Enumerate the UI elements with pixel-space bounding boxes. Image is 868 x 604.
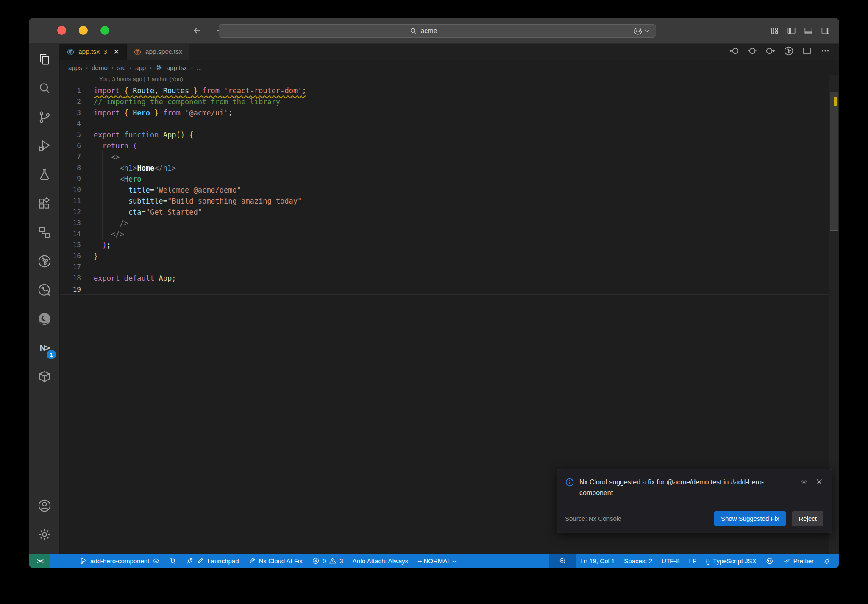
nx-graph-icon[interactable] — [35, 252, 54, 271]
code-line[interactable]: 9<Hero — [60, 173, 839, 185]
auto-attach-status-item[interactable]: Auto Attach: Always — [348, 554, 413, 568]
git-compare-status-item[interactable] — [164, 554, 181, 568]
customize-layout-icon[interactable] — [770, 26, 779, 37]
code-line[interactable]: 15); — [60, 240, 839, 251]
cursor-position-status-item[interactable]: Ln 19, Col 1 — [576, 554, 619, 568]
encoding-label: UTF-8 — [662, 557, 680, 565]
language-status-item[interactable]: {} TypeScript JSX — [701, 554, 761, 568]
scrollbar-thumb[interactable] — [830, 92, 838, 231]
ellipsis-icon[interactable] — [820, 46, 830, 58]
code-line[interactable]: 14</> — [60, 229, 839, 240]
run-target-icon[interactable] — [784, 46, 794, 58]
editor-actions — [189, 44, 839, 60]
code-line[interactable]: 13/> — [60, 218, 839, 229]
panel-right-icon[interactable] — [821, 26, 830, 37]
search-sidebar-icon[interactable] — [35, 78, 54, 98]
remote-indicator[interactable]: >< — [29, 554, 50, 568]
package-icon[interactable] — [35, 367, 54, 386]
code-line[interactable]: 19 — [60, 284, 839, 295]
minimize-window-button[interactable] — [79, 26, 88, 35]
blame-annotation[interactable]: You, 3 hours ago | 1 author (You) — [99, 76, 839, 85]
code-line[interactable]: 11subtitle="Build something amazing toda… — [60, 196, 839, 207]
tab-app-tsx[interactable]: app.tsx 3 ✕ — [60, 44, 127, 60]
line-number: 19 — [60, 284, 81, 294]
react-icon — [156, 64, 163, 71]
history-back-icon[interactable] — [191, 24, 204, 39]
run-debug-icon[interactable] — [35, 136, 54, 156]
code-line[interactable]: 7<> — [60, 151, 839, 162]
close-icon[interactable]: ✕ — [114, 48, 120, 56]
explorer-icon[interactable] — [35, 50, 54, 69]
code-line[interactable]: 1import { Route, Routes } from 'react-ro… — [60, 85, 839, 96]
nav-dot-circle-icon[interactable] — [747, 46, 757, 58]
breadcrumb-item[interactable]: app — [135, 64, 146, 71]
code-line[interactable]: 2// importing the component from the lib… — [60, 96, 839, 107]
nx-graph-search-icon[interactable] — [35, 280, 54, 300]
launchpad-status-item[interactable]: Launchpad — [181, 554, 243, 568]
command-center[interactable]: acme — [219, 24, 656, 38]
panel-left-icon[interactable] — [787, 26, 796, 37]
code-line[interactable]: 3import { Hero } from '@acme/ui'; — [60, 107, 839, 118]
nx-cloud-fix-status-item[interactable]: Nx Cloud AI Fix — [244, 554, 307, 568]
edge-browser-icon[interactable] — [35, 309, 54, 329]
branch-status-item[interactable]: add-hero-component — [75, 554, 164, 568]
project-icon[interactable] — [35, 223, 54, 242]
eol-status-item[interactable]: LF — [684, 554, 701, 568]
show-suggested-fix-button[interactable]: Show Suggested Fix — [714, 511, 786, 526]
chevron-right-icon: › — [111, 64, 114, 71]
code-line[interactable]: 16} — [60, 251, 839, 262]
source-control-icon[interactable] — [35, 107, 54, 127]
problems-status-item[interactable]: 0 3 — [307, 554, 348, 568]
copilot-menu-button[interactable] — [628, 25, 656, 37]
copilot-status-item[interactable] — [761, 554, 778, 568]
line-number: 13 — [60, 218, 81, 229]
settings-gear-icon[interactable] — [35, 525, 54, 544]
close-window-button[interactable] — [57, 26, 66, 35]
code-line[interactable]: 12cta="Get Started" — [60, 207, 839, 218]
code-line[interactable]: 10title="Welcmoe @acme/demo" — [60, 185, 839, 196]
breadcrumb-item[interactable]: src — [117, 64, 125, 71]
notification-toast: Nx Cloud suggested a fix for @acme/demo:… — [557, 469, 832, 533]
split-editor-icon[interactable] — [802, 46, 812, 58]
gear-icon[interactable] — [800, 478, 808, 488]
reject-button[interactable]: Reject — [792, 511, 823, 526]
line-number: 14 — [60, 229, 81, 240]
line-content: /> — [94, 218, 128, 229]
code-line[interactable]: 5export function App() { — [60, 129, 839, 140]
encoding-status-item[interactable]: UTF-8 — [657, 554, 684, 568]
zoom-window-button[interactable] — [100, 26, 109, 35]
notifications-status-item[interactable] — [818, 554, 835, 568]
window-controls — [57, 26, 109, 35]
line-content: <h1>Home</h1> — [94, 162, 176, 173]
cloud-upload-icon — [152, 557, 160, 565]
copilot-icon — [633, 26, 643, 36]
warning-count: 3 — [339, 557, 343, 565]
code-line[interactable]: 18export default App; — [60, 273, 839, 284]
extensions-icon[interactable] — [35, 194, 54, 213]
zoom-out-icon — [559, 557, 567, 565]
code-line[interactable]: 4 — [60, 118, 839, 129]
code-line[interactable]: 8<h1>Home</h1> — [60, 162, 839, 173]
vim-mode-status-item[interactable]: -- NORMAL -- — [413, 554, 461, 568]
nav-forward-circle-icon[interactable] — [765, 46, 776, 58]
account-icon[interactable] — [35, 496, 54, 515]
breadcrumb-item[interactable]: app.tsx — [167, 64, 187, 71]
zoom-status-item[interactable] — [549, 554, 576, 568]
code-line[interactable]: 6return ( — [60, 140, 839, 151]
prettier-status-item[interactable]: Prettier — [778, 554, 818, 568]
breadcrumb-item[interactable]: apps — [68, 64, 82, 71]
line-number: 8 — [60, 162, 81, 173]
close-icon[interactable] — [815, 478, 823, 488]
panel-bottom-icon[interactable] — [804, 26, 813, 37]
indentation-status-item[interactable]: Spaces: 2 — [619, 554, 657, 568]
breadcrumb-item[interactable]: ... — [197, 64, 202, 71]
git-compare-icon — [169, 557, 177, 565]
search-box[interactable]: acme — [219, 25, 628, 37]
tab-app-spec-tsx[interactable]: app.spec.tsx — [127, 44, 189, 60]
testing-icon[interactable] — [35, 165, 54, 185]
line-content: title="Welcmoe @acme/demo" — [94, 185, 241, 196]
code-line[interactable]: 17 — [60, 262, 839, 273]
nx-console-icon[interactable]: N> 1 — [35, 338, 54, 358]
nav-back-circle-icon[interactable] — [729, 46, 739, 58]
breadcrumb-item[interactable]: demo — [92, 64, 108, 71]
